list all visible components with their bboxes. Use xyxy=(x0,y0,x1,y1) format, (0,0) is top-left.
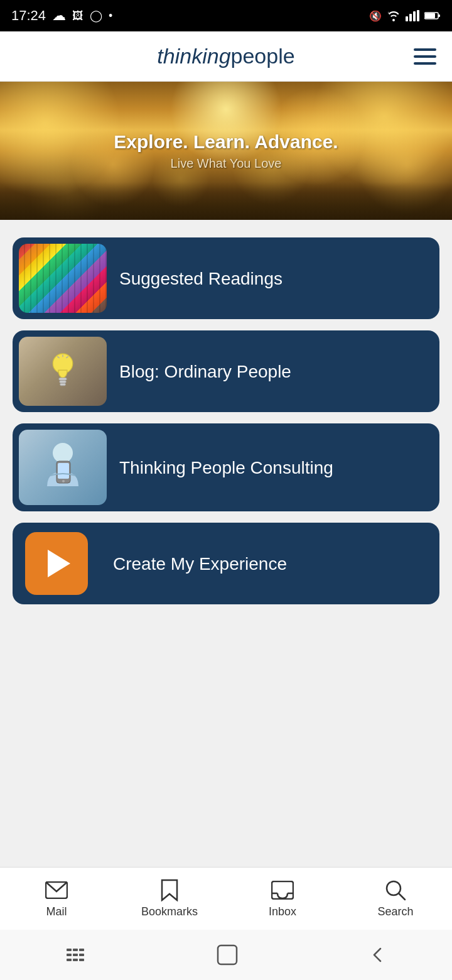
minus-circle-icon: ◯ xyxy=(90,9,102,23)
logo-people: people xyxy=(231,44,295,68)
svg-point-17 xyxy=(62,480,65,482)
svg-rect-24 xyxy=(67,949,72,951)
app-logo: thinkingpeople xyxy=(157,44,294,68)
blog-ordinary-people-button[interactable]: Blog: Ordinary People xyxy=(13,330,439,412)
svg-point-22 xyxy=(387,881,401,895)
status-left: 17:24 ☁ 🖼 ◯ • xyxy=(11,8,112,24)
svg-rect-28 xyxy=(73,954,78,956)
android-nav-bar xyxy=(0,930,452,980)
svg-rect-8 xyxy=(59,378,67,381)
hero-subtitle: Live What You Love xyxy=(114,156,338,171)
svg-rect-26 xyxy=(67,959,72,961)
svg-rect-19 xyxy=(272,881,293,899)
search-label: Search xyxy=(377,905,413,918)
wifi-icon xyxy=(387,10,401,21)
svg-rect-32 xyxy=(79,959,84,961)
svg-line-23 xyxy=(399,894,405,900)
main-content: Suggested Readings Blog: Ordinary People xyxy=(0,220,452,867)
android-home-button[interactable] xyxy=(215,943,239,967)
create-label: Create My Experience xyxy=(100,553,439,575)
consulting-label: Thinking People Consulting xyxy=(107,457,439,479)
hero-title: Explore. Learn. Advance. xyxy=(114,131,338,153)
search-icon xyxy=(384,879,407,901)
consulting-icon xyxy=(19,430,107,505)
nav-bookmarks[interactable]: Bookmarks xyxy=(113,879,226,918)
hamburger-line-2 xyxy=(414,55,436,58)
nav-inbox[interactable]: Inbox xyxy=(226,879,339,918)
svg-rect-31 xyxy=(79,954,84,956)
nav-mail[interactable]: Mail xyxy=(0,879,113,918)
svg-rect-0 xyxy=(406,16,408,21)
svg-point-14 xyxy=(53,443,73,463)
play-triangle-icon xyxy=(48,550,70,577)
create-icon-wrapper xyxy=(13,523,100,604)
svg-rect-33 xyxy=(218,945,237,964)
app-header: thinkingpeople xyxy=(0,31,452,82)
mail-icon xyxy=(45,879,68,901)
hamburger-menu-button[interactable] xyxy=(411,45,439,68)
nav-search[interactable]: Search xyxy=(339,879,452,918)
mail-label: Mail xyxy=(46,905,67,918)
svg-rect-25 xyxy=(67,954,72,956)
suggested-readings-button[interactable]: Suggested Readings xyxy=(13,237,439,319)
blog-label: Blog: Ordinary People xyxy=(107,361,439,383)
signal-icon xyxy=(406,10,419,21)
cloud-icon: ☁ xyxy=(52,8,66,24)
android-menu-button[interactable] xyxy=(65,946,85,964)
hero-text: Explore. Learn. Advance. Live What You L… xyxy=(114,131,338,171)
svg-rect-9 xyxy=(60,381,67,383)
status-right: 🔇 xyxy=(369,10,441,22)
suggested-readings-label: Suggested Readings xyxy=(107,268,439,290)
hero-banner: Explore. Learn. Advance. Live What You L… xyxy=(0,82,452,220)
dot-icon: • xyxy=(109,9,112,23)
play-button-icon xyxy=(25,532,88,595)
svg-rect-5 xyxy=(425,13,435,18)
bookmark-icon xyxy=(158,879,181,901)
svg-rect-1 xyxy=(409,14,412,21)
svg-rect-27 xyxy=(73,949,78,951)
image-icon: 🖼 xyxy=(72,9,83,23)
svg-rect-3 xyxy=(417,10,419,21)
bottom-nav: Mail Bookmarks Inbox Search xyxy=(0,867,452,930)
android-back-button[interactable] xyxy=(369,946,387,964)
svg-rect-10 xyxy=(60,383,66,386)
svg-rect-6 xyxy=(438,14,440,17)
hamburger-line-1 xyxy=(414,48,436,51)
status-time: 17:24 xyxy=(11,8,46,24)
svg-rect-30 xyxy=(79,949,84,951)
svg-rect-16 xyxy=(58,463,69,479)
mute-icon: 🔇 xyxy=(369,10,382,22)
hamburger-line-3 xyxy=(414,62,436,65)
consulting-button[interactable]: Thinking People Consulting xyxy=(13,423,439,511)
status-bar: 17:24 ☁ 🖼 ◯ • 🔇 xyxy=(0,0,452,31)
suggested-readings-icon xyxy=(19,244,107,313)
logo-thinking: thinking xyxy=(157,44,230,68)
svg-rect-29 xyxy=(73,959,78,961)
blog-icon xyxy=(19,337,107,406)
svg-rect-2 xyxy=(413,11,416,21)
create-experience-button[interactable]: Create My Experience xyxy=(13,523,439,604)
inbox-label: Inbox xyxy=(269,905,296,918)
inbox-icon xyxy=(271,879,294,901)
bookmarks-label: Bookmarks xyxy=(141,905,198,918)
battery-icon xyxy=(424,11,441,20)
